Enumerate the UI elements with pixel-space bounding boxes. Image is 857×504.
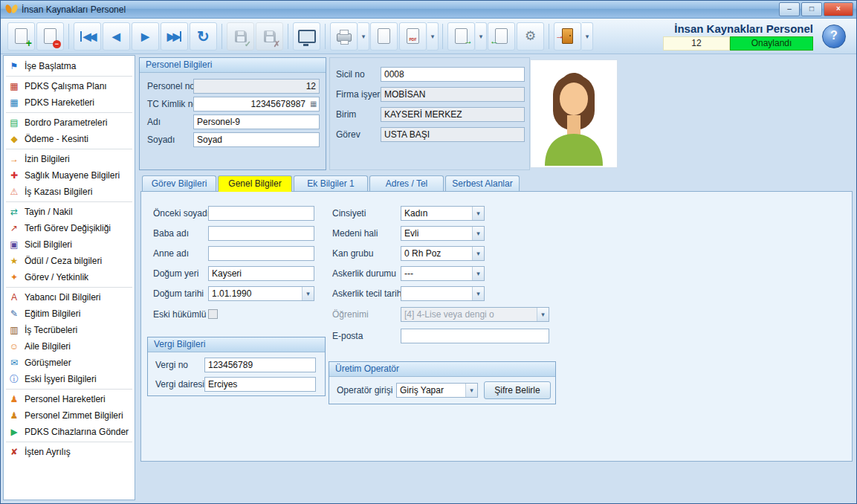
new-document-button[interactable] xyxy=(370,22,398,51)
eposta-field[interactable] xyxy=(401,329,549,343)
toolbar-separator xyxy=(442,24,443,49)
tab-serbest-alanlar[interactable]: Serbest Alanlar xyxy=(445,175,520,191)
onceki-soyadi-label: Önceki soyadı xyxy=(153,206,210,221)
sidebar-item-yabanci-dil[interactable]: AYabancı Dil Bilgileri xyxy=(4,289,135,306)
page-title: İnsan Kaynakları Personel xyxy=(663,22,813,35)
tab-genel-bilgiler[interactable]: Genel Bilgiler xyxy=(218,175,292,192)
exit-menu-caret[interactable] xyxy=(582,22,593,51)
dogum-yeri-field[interactable] xyxy=(208,266,314,281)
sidebar-item-is-tecrubeleri[interactable]: ▥İş Tecrübeleri xyxy=(4,322,135,338)
cinsiyeti-value: Kadın xyxy=(401,207,472,220)
education-icon: ✎ xyxy=(8,308,20,319)
sidebar-item-saglik-muayene[interactable]: ✚Sağlık Muayene Bilgileri xyxy=(4,167,135,184)
toolbar-separator xyxy=(221,24,222,49)
sidebar-item-gorusmeler[interactable]: ✉Görüşmeler xyxy=(4,355,135,371)
dogum-tarihi-select[interactable]: 1.01.1990 xyxy=(208,286,314,301)
vergi-no-field[interactable] xyxy=(204,358,316,372)
medeni-hali-select[interactable]: Evli xyxy=(401,226,485,241)
askerlik-durumu-select[interactable]: --- xyxy=(401,266,485,281)
save-button: ✓ xyxy=(227,22,254,51)
sidebar-item-tayin-nakil[interactable]: ⇄Tayin / Nakil xyxy=(4,204,135,220)
meetings-icon: ✉ xyxy=(8,358,20,368)
close-button[interactable]: × xyxy=(824,2,853,16)
chevron-down-icon xyxy=(302,287,314,300)
pdf-menu-caret[interactable] xyxy=(427,22,439,51)
pdf-save-button[interactable] xyxy=(399,22,427,51)
adi-field[interactable] xyxy=(193,114,320,129)
sidebar-item-aile-bilgileri[interactable]: ☺Aile Bilgileri xyxy=(4,338,135,355)
minimize-button[interactable]: – xyxy=(779,2,800,16)
ogrenimi-select: [4] 4-Lise veya dengi o xyxy=(401,307,549,322)
refresh-button[interactable]: ↻ xyxy=(190,22,217,51)
next-record-button[interactable]: ▶ xyxy=(132,22,159,51)
print-menu-caret[interactable] xyxy=(358,22,369,51)
new-record-button[interactable] xyxy=(7,22,35,51)
personel-no-field xyxy=(193,79,320,94)
tab-gorev-bilgileri[interactable]: Görev Bilgileri xyxy=(142,175,216,191)
first-record-button[interactable]: ◀◀ xyxy=(74,22,101,51)
cinsiyeti-select[interactable]: Kadın xyxy=(401,206,485,221)
tc-kimlik-field[interactable] xyxy=(193,97,320,112)
birim-label: Birim xyxy=(336,107,356,122)
last-record-button[interactable]: ▶▶ xyxy=(161,22,188,51)
sidebar-item-personel-zimmet[interactable]: ♟Personel Zimmet Bilgileri xyxy=(4,407,135,424)
soyadi-field[interactable] xyxy=(193,132,320,147)
termination-icon: ✘ xyxy=(8,447,20,457)
sidebar-item-pdks-calisma-plani[interactable]: ▦PDKS Çalışma Planı xyxy=(4,78,135,94)
tools-button[interactable]: ⚙ xyxy=(517,22,544,51)
kan-grubu-select[interactable]: 0 Rh Poz xyxy=(401,246,485,261)
onceki-soyadi-field[interactable] xyxy=(208,206,314,221)
sidebar-item-odul-ceza[interactable]: ★Ödül / Ceza bilgileri xyxy=(4,253,135,269)
sidebar-item-label: Görev / Yetkinlik xyxy=(25,272,88,282)
chevron-down-icon xyxy=(472,207,484,220)
toolbar-separator xyxy=(325,24,326,49)
sidebar-item-label: İş Tecrübeleri xyxy=(25,325,77,335)
sidebar-item-isten-ayrilis[interactable]: ✘İşten Ayrılış xyxy=(4,444,135,460)
title-bar: İnsan Kaynakları Personel – □ × xyxy=(1,1,856,19)
experience-icon: ▥ xyxy=(8,325,20,335)
sidebar-item-label: İşe Başlatma xyxy=(25,61,76,71)
anne-adi-field[interactable] xyxy=(208,246,314,261)
chevron-down-icon xyxy=(472,267,484,280)
sidebar-item-egitim-bilgileri[interactable]: ✎Eğitim Bilgileri xyxy=(4,306,135,322)
baba-adi-field[interactable] xyxy=(208,226,314,241)
sidebar-separator xyxy=(6,201,132,202)
print-button[interactable] xyxy=(330,22,358,51)
sicil-no-field[interactable] xyxy=(381,67,525,82)
help-button[interactable]: ? xyxy=(822,25,846,48)
sifre-belirle-button[interactable]: Şifre Belirle xyxy=(484,381,551,399)
maximize-button[interactable]: □ xyxy=(801,2,822,16)
previous-record-button[interactable]: ◀ xyxy=(103,22,130,51)
export-menu-caret[interactable] xyxy=(476,22,487,51)
chevron-down-icon xyxy=(537,308,549,321)
chevron-down-icon xyxy=(472,247,484,260)
sidebar-item-label: Sağlık Muayene Bilgileri xyxy=(25,170,120,181)
groupbox-title: Üretim Operatör xyxy=(329,362,555,377)
sidebar-item-ise-baslatma[interactable]: ⚑İşe Başlatma xyxy=(4,58,135,74)
askerlik-tecil-select[interactable] xyxy=(401,286,485,301)
sidebar-item-pdks-gonder[interactable]: ▶PDKS Cihazlarına Gönder xyxy=(4,424,135,440)
sidebar-menu: ⚑İşe Başlatma ▦PDKS Çalışma Planı ▦PDKS … xyxy=(3,55,135,500)
sidebar-item-personel-hareketleri[interactable]: ♟Personel Hareketleri xyxy=(4,391,135,407)
vergi-dairesi-field[interactable] xyxy=(204,377,316,392)
operator-girisi-select[interactable]: Giriş Yapar xyxy=(396,383,478,398)
tab-adres-tel[interactable]: Adres / Tel xyxy=(369,175,444,191)
sidebar-item-eski-isyeri[interactable]: ⓘEski İşyeri Bilgileri xyxy=(4,371,135,387)
sidebar-item-bordro-parametreleri[interactable]: ▤Bordro Parametreleri xyxy=(4,114,135,131)
groupbox-title: Personel Bilgileri xyxy=(140,58,326,73)
sidebar-item-sicil-bilgileri[interactable]: ▣Sicil Bilgileri xyxy=(4,236,135,253)
award-star-icon: ★ xyxy=(8,256,20,266)
exit-button[interactable] xyxy=(554,22,581,51)
sidebar-item-izin-bilgileri[interactable]: →İzin Bilgileri xyxy=(4,151,135,167)
tab-ek-bilgiler-1[interactable]: Ek Bilgiler 1 xyxy=(294,175,368,191)
sidebar-item-gorev-yetkinlik[interactable]: ✦Görev / Yetkinlik xyxy=(4,269,135,285)
sidebar-item-is-kazasi[interactable]: ⚠İş Kazası Bilgileri xyxy=(4,184,135,200)
refresh-icon: ↻ xyxy=(197,29,210,44)
sidebar-item-odeme-kesinti[interactable]: ◆Ödeme - Kesinti xyxy=(4,131,135,147)
preview-button[interactable] xyxy=(293,22,320,51)
sidebar-item-pdks-hareketleri[interactable]: ▦PDKS Hareketleri xyxy=(4,94,135,111)
sidebar-item-terfi-gorev[interactable]: ↗Terfi Görev Değişikliği xyxy=(4,220,135,236)
delete-record-button[interactable] xyxy=(36,22,64,51)
import-button[interactable] xyxy=(488,22,515,51)
export-button[interactable] xyxy=(447,22,475,51)
